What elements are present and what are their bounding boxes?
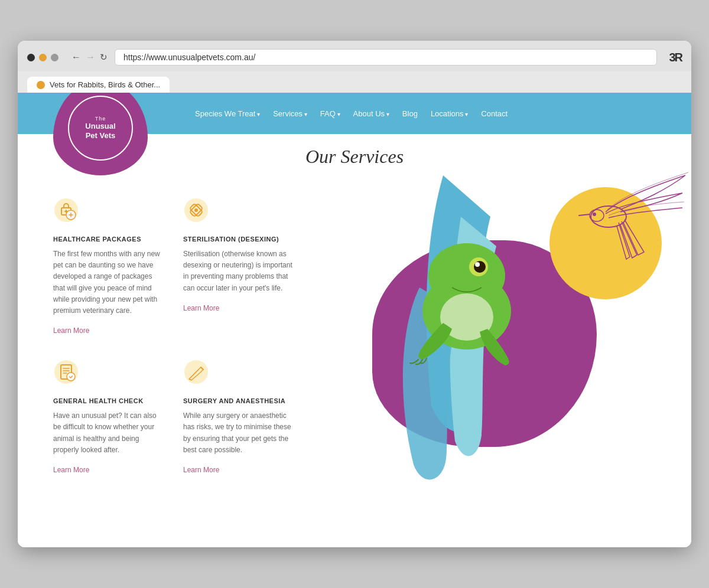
nav-link-faq[interactable]: FAQ [320,109,340,118]
close-dot[interactable] [27,54,35,61]
nav-item-locations[interactable]: Locations [431,108,468,119]
minimize-dot[interactable] [39,54,47,61]
service-title-healthcare: HEALTHCARE PACKAGES [53,236,165,243]
health-check-icon [53,359,165,390]
tab-bar: Vets for Rabbits, Birds & Other... [18,71,691,93]
service-item-surgery: SURGERY AND ANAESTHESIA While any surger… [183,347,313,486]
forward-button[interactable]: → [86,52,95,63]
svg-point-7 [54,360,78,384]
browser-nav: ← → ↻ [71,52,108,63]
service-desc-healthcare: The first few months with any new pet ca… [53,249,165,316]
nav-link-contact[interactable]: Contact [481,109,508,118]
website-content: The Unusual Pet Vets Species We Treat Se… [18,93,691,547]
learn-more-healthcare[interactable]: Learn More [53,326,89,335]
service-title-sterilisation: STERILISATION (DESEXING) [183,236,295,243]
svg-point-19 [593,213,596,216]
svg-point-17 [591,206,626,227]
service-desc-sterilisation: Sterilisation (otherwise known as desexi… [183,249,295,294]
logo-area[interactable]: The Unusual Pet Vets [53,93,148,175]
site-nav: Species We Treat Services FAQ About Us B… [195,108,508,119]
service-desc-surgery: While any surgery or anaesthetic has ris… [183,410,295,456]
nav-link-locations[interactable]: Locations [431,109,468,118]
services-grid: HEALTHCARE PACKAGES The first few months… [53,185,349,486]
back-button[interactable]: ← [71,52,81,63]
logo-line2: Unusual [85,122,115,131]
logo-text-small: The [95,116,106,122]
nav-link-blog[interactable]: Blog [402,109,418,118]
tab-favicon [37,81,45,89]
service-desc-health-check: Have an unusual pet? It can also be diff… [53,410,165,456]
nav-item-contact[interactable]: Contact [481,108,508,119]
refresh-button[interactable]: ↻ [100,52,108,63]
hero-illustration [325,169,691,547]
browser-dots [27,54,58,61]
svg-point-12 [428,243,505,308]
svg-point-9 [67,373,75,381]
nav-item-services[interactable]: Services [273,108,307,119]
learn-more-health-check[interactable]: Learn More [53,466,89,474]
nav-link-services[interactable]: Services [273,109,307,118]
nav-link-species[interactable]: Species We Treat [195,109,260,118]
service-item-health-check: GENERAL HEALTH CHECK Have an unusual pet… [53,347,183,486]
maximize-dot[interactable] [51,54,58,61]
service-title-health-check: GENERAL HEALTH CHECK [53,397,165,404]
main-content: Our Services HEALTH [18,134,691,547]
healthcare-icon [53,197,165,228]
service-title-surgery: SURGERY AND ANAESTHESIA [183,397,295,404]
surgery-icon [183,359,295,390]
nav-item-species[interactable]: Species We Treat [195,108,260,119]
purple-blob [372,240,597,447]
nav-link-about[interactable]: About Us [353,109,389,118]
frog-svg [384,205,549,382]
browser-tab[interactable]: Vets for Rabbits, Birds & Other... [27,77,170,93]
tab-title: Vets for Rabbits, Birds & Other... [50,80,160,89]
service-item-healthcare: HEALTHCARE PACKAGES The first few months… [53,185,183,347]
browser-window: ← → ↻ 3R Vets for Rabbits, Birds & Other… [18,41,691,547]
nav-item-faq[interactable]: FAQ [320,108,340,119]
nav-item-blog[interactable]: Blog [402,108,418,119]
logo-inner: The Unusual Pet Vets [68,96,133,161]
nav-item-about[interactable]: About Us [353,108,389,119]
site-header: The Unusual Pet Vets Species We Treat Se… [18,93,691,134]
sterilisation-icon [183,197,295,228]
logo-line3: Pet Vets [85,131,115,141]
browser-titlebar: ← → ↻ 3R [18,41,691,71]
svg-point-11 [422,273,511,349]
svg-point-13 [469,257,488,276]
browser-brand: 3R [669,50,682,65]
svg-point-15 [475,262,480,267]
svg-point-18 [590,210,604,221]
learn-more-surgery[interactable]: Learn More [183,466,219,474]
learn-more-sterilisation[interactable]: Learn More [183,304,219,312]
svg-point-16 [440,293,493,341]
bird-illustration [573,169,691,335]
leaf-svg [325,169,691,547]
svg-point-14 [474,261,486,273]
address-bar[interactable] [115,49,657,66]
logo-text-main: Unusual Pet Vets [85,122,115,140]
svg-point-6 [194,208,198,212]
service-item-sterilisation: STERILISATION (DESEXING) Sterilisation (… [183,185,313,347]
yellow-circle [549,187,662,299]
